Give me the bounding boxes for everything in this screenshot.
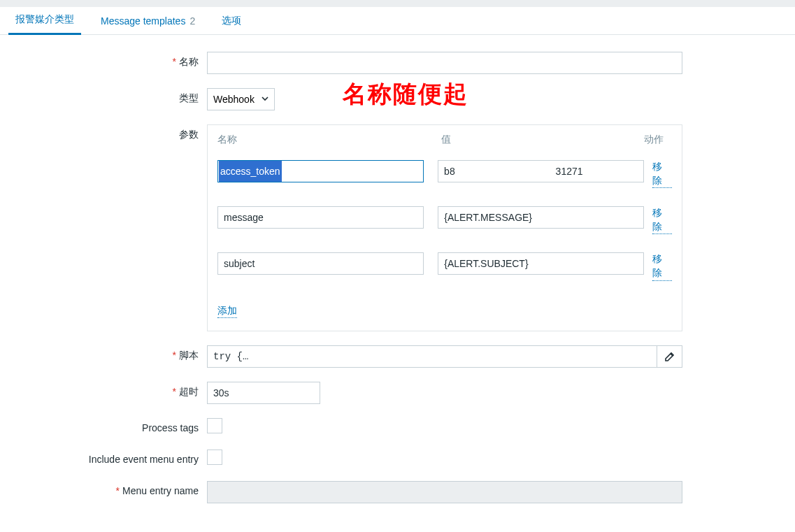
param-name-input[interactable]: access_token [217,160,424,182]
label-type-text: 类型 [179,92,199,103]
row-process-tags: Process tags [11,418,784,436]
param-name-input[interactable] [217,252,424,275]
name-input[interactable] [207,52,682,74]
label-menu-entry-name-text: Menu entry name [122,485,199,496]
edit-script-button[interactable] [657,345,682,368]
label-process-tags-text: Process tags [142,422,199,433]
tab-options-label: 选项 [222,15,241,27]
param-value-input[interactable] [438,252,644,275]
label-include-event-menu: Include event menu entry [11,450,207,465]
tab-media-type-label: 报警媒介类型 [15,13,74,26]
include-event-menu-checkbox[interactable] [207,450,222,465]
row-type: 类型 Webhook [11,88,784,110]
row-timeout: *超时 [11,382,784,404]
timeout-input[interactable] [207,382,320,404]
script-preview-input[interactable]: try {… [207,345,657,368]
label-params: 参数 [11,124,207,141]
params-header-value: 值 [434,134,644,146]
label-menu-entry-name: *Menu entry name [11,481,207,496]
tab-media-type[interactable]: 报警媒介类型 [8,7,81,35]
param-name-selected-text: access_token [219,161,282,182]
param-remove-link[interactable]: 移除 [652,160,672,188]
row-params: 参数 名称 值 动作 access_token 移除 [11,124,784,331]
row-include-event-menu: Include event menu entry [11,450,784,467]
media-type-form: 名称随便起 *名称 类型 Webhook 参数 [0,35,795,532]
required-marker: * [116,485,120,496]
param-row: access_token 移除 [217,160,672,188]
tab-message-templates-label: Message templates [101,15,185,27]
label-process-tags: Process tags [11,418,207,433]
tab-options[interactable]: 选项 [215,7,248,35]
params-header-action: 动作 [644,134,669,146]
param-remove-link[interactable]: 移除 [652,206,672,234]
params-container: 名称 值 动作 access_token 移除 移除 [207,124,682,331]
add-param-link[interactable]: 添加 [217,305,237,318]
row-name: *名称 [11,52,784,74]
label-name: *名称 [11,52,207,69]
top-strip [0,0,795,7]
label-name-text: 名称 [179,56,199,67]
required-marker: * [173,350,176,361]
param-value-input[interactable] [438,206,644,229]
row-menu-entry-name: *Menu entry name [11,481,784,503]
label-timeout: *超时 [11,382,207,398]
param-row: 移除 [217,206,672,234]
tab-bar: 报警媒介类型 Message templates 2 选项 [0,7,795,35]
params-header-name: 名称 [217,134,434,146]
param-remove-link[interactable]: 移除 [652,252,672,280]
pencil-icon [664,351,675,362]
label-script: *脚本 [11,345,207,362]
param-value-input[interactable] [438,160,644,182]
param-row: 移除 [217,252,672,280]
label-params-text: 参数 [179,129,199,140]
row-script: *脚本 try {… [11,345,784,368]
label-script-text: 脚本 [179,350,199,361]
required-marker: * [173,56,176,67]
type-select[interactable]: Webhook [207,88,275,110]
tab-message-templates-count: 2 [189,15,195,27]
menu-entry-name-input[interactable] [207,481,682,503]
script-preview-text: try {… [213,351,248,362]
tab-message-templates[interactable]: Message templates 2 [94,7,202,35]
label-timeout-text: 超时 [179,386,199,397]
label-include-event-menu-text: Include event menu entry [89,454,199,465]
required-marker: * [173,386,176,397]
param-name-input[interactable] [217,206,424,229]
label-type: 类型 [11,88,207,105]
process-tags-checkbox[interactable] [207,418,222,433]
params-header: 名称 值 动作 [217,134,672,146]
